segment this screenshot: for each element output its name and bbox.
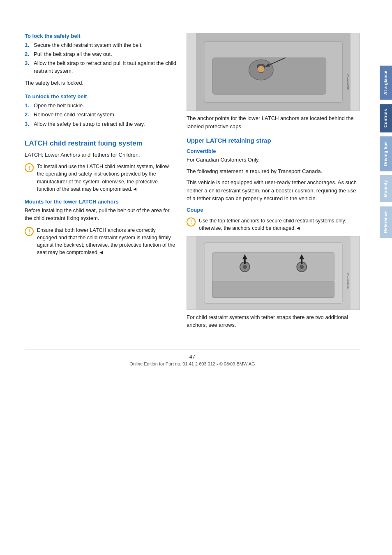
sidebar-tab-controls[interactable]: Controls (380, 104, 392, 132)
sidebar-tab-driving-tips[interactable]: Driving tips (380, 136, 392, 171)
convertible-text1: For Canadian Customers Only. (187, 156, 360, 164)
latch-intro: LATCH: Lower Anchors and Tethers for Chi… (25, 151, 177, 159)
sidebar: At a glance Controls Driving tips Mobili… (376, 0, 392, 555)
svg-point-14 (300, 265, 304, 269)
sidebar-tab-at-a-glance[interactable]: At a glance (380, 66, 392, 100)
anchor-text: The anchor points for the lower LATCH an… (187, 114, 360, 130)
step-text: Secure the child restraint system with t… (34, 42, 143, 49)
coupe-heading: Coupe (187, 207, 360, 213)
step-text: Pull the belt strap all the way out. (34, 51, 112, 58)
latch-section: LATCH child restraint fixing system LATC… (25, 139, 177, 257)
step-number: 1. (25, 102, 31, 109)
lock-step-1: 1. Secure the child restraint system wit… (25, 42, 177, 49)
unlock-step-3: 3. Allow the safety belt strap to retrac… (25, 120, 177, 128)
step-text: Allow the safety belt strap to retract a… (34, 120, 145, 128)
warning-icon-3: ! (187, 217, 196, 227)
unlock-belt-steps: 1. Open the belt buckle. 2. Remove the c… (25, 102, 177, 128)
warning-icon-2: ! (25, 227, 34, 236)
lock-belt-heading: To lock the safety belt (25, 33, 177, 39)
lock-step-3: 3. Allow the belt strap to retract and p… (25, 60, 177, 74)
bottom-car-image: W017E905K (187, 236, 360, 310)
sidebar-tab-reference[interactable]: Reference (380, 206, 392, 238)
upper-latch-heading: Upper LATCH retaining strap (187, 137, 360, 144)
convertible-text2: The following statement is required by T… (187, 167, 360, 176)
lock-note: The safety belt is locked. (25, 79, 177, 87)
step-number: 2. (25, 51, 31, 58)
unlock-step-1: 1. Open the belt buckle. (25, 102, 177, 109)
coupe-section: Coupe ! Use the top tether anchors to se… (187, 207, 360, 329)
svg-rect-18 (301, 259, 302, 264)
svg-text:W0ZZZZ05K: W0ZZZZ05K (347, 74, 350, 90)
coupe-warning-text: Use the top tether anchors to secure chi… (199, 217, 360, 232)
page-number: 47 (25, 354, 360, 360)
step-text: Allow the belt strap to retract and pull… (34, 60, 177, 74)
svg-point-12 (243, 265, 247, 269)
convertible-heading: Convertible (187, 148, 360, 154)
edition-info: Online Edition for Part no. 01 41 2 603 … (25, 361, 360, 366)
lower-latch-warning-box: ! Ensure that both lower LATCH anchors a… (25, 227, 177, 257)
step-text: Remove the child restraint system. (34, 111, 115, 118)
svg-rect-10 (212, 252, 334, 281)
top-car-image: W0ZZZZ05K (187, 33, 360, 111)
step-number: 3. (25, 120, 31, 128)
lock-belt-section: To lock the safety belt 1. Secure the ch… (25, 33, 177, 87)
svg-text:W017E905K: W017E905K (347, 273, 350, 289)
unlock-step-2: 2. Remove the child restraint system. (25, 111, 177, 118)
sidebar-tab-mobility[interactable]: Mobility (380, 175, 392, 202)
svg-point-4 (258, 66, 264, 72)
lower-latch-warning-text: Ensure that both lower LATCH anchors are… (37, 227, 177, 257)
lock-step-2: 2. Pull the belt strap all the way out. (25, 51, 177, 58)
unlock-belt-section: To unlock the safety belt 1. Open the be… (25, 93, 177, 128)
convertible-text3: This vehicle is not equipped with user-r… (187, 178, 360, 203)
svg-rect-19 (212, 281, 334, 298)
step-text: Open the belt buckle. (34, 102, 84, 109)
latch-warning-text: To install and use the LATCH child restr… (37, 163, 177, 193)
coupe-warning-box: ! Use the top tether anchors to secure c… (187, 217, 360, 232)
page-footer: 47 Online Edition for Part no. 01 41 2 6… (25, 349, 360, 366)
step-number: 3. (25, 60, 31, 74)
latch-warning-box: ! To install and use the LATCH child res… (25, 163, 177, 193)
unlock-belt-heading: To unlock the safety belt (25, 93, 177, 99)
lock-belt-steps: 1. Secure the child restraint system wit… (25, 42, 177, 75)
coupe-caption: For child restraint systems with tether … (187, 313, 360, 329)
lower-latch-heading: Mounts for the lower LATCH anchors (25, 199, 177, 205)
latch-heading: LATCH child restraint fixing system (25, 139, 177, 148)
lower-latch-text: Before installing the child seat, pull t… (25, 206, 177, 222)
step-number: 1. (25, 42, 31, 49)
svg-rect-16 (244, 259, 246, 264)
warning-icon: ! (25, 163, 34, 172)
convertible-section: Convertible For Canadian Customers Only.… (187, 148, 360, 203)
step-number: 2. (25, 111, 31, 118)
lower-latch-section: Mounts for the lower LATCH anchors Befor… (25, 199, 177, 257)
